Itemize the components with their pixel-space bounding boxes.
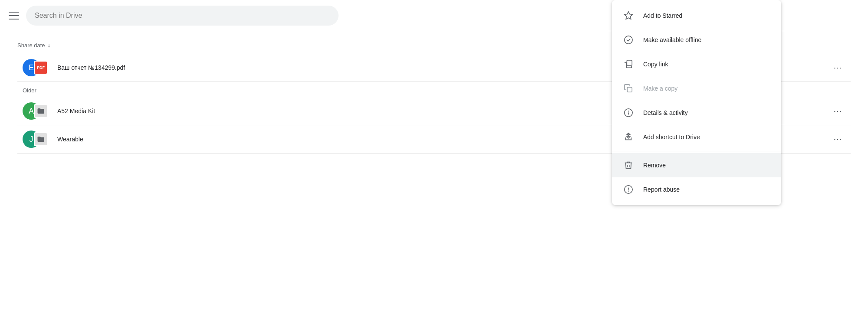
menu-item-report-abuse[interactable]: Report abuse [612, 177, 781, 202]
menu-item-add-shortcut[interactable]: Add shortcut to Drive [612, 125, 781, 149]
menu-item-add-starred[interactable]: Add to Starred [612, 3, 781, 28]
folder-badge [34, 104, 48, 118]
search-input[interactable] [35, 12, 330, 20]
search-bar[interactable] [26, 6, 339, 26]
more-options-button[interactable]: ⋯ [830, 104, 845, 118]
menu-item-details[interactable]: Details & activity [612, 101, 781, 125]
context-menu: Add to StarredMake available offlineCopy… [612, 0, 781, 205]
avatar-group: E PDF [23, 58, 50, 77]
menu-item-label-make-copy: Make a copy [643, 85, 677, 92]
menu-item-label-remove: Remove [643, 162, 666, 169]
menu-item-make-offline[interactable]: Make available offline [612, 28, 781, 52]
menu-item-label-add-shortcut: Add shortcut to Drive [643, 134, 700, 140]
svg-marker-0 [625, 12, 632, 19]
svg-rect-3 [627, 87, 632, 92]
warning-icon [621, 182, 636, 197]
menu-divider [612, 151, 781, 151]
shortcut-icon [621, 129, 636, 145]
info-icon [621, 105, 636, 121]
menu-item-remove[interactable]: Remove [612, 153, 781, 177]
pdf-badge: PDF [34, 61, 48, 75]
copy-icon [621, 81, 636, 96]
trash-icon [621, 157, 636, 173]
file-name: Wearable [57, 136, 83, 143]
file-name: Ваш отчет №134299.pdf [57, 64, 125, 71]
svg-rect-2 [627, 60, 632, 65]
more-options-button[interactable]: ⋯ [830, 132, 845, 146]
menu-item-make-copy[interactable]: Make a copy [612, 76, 781, 101]
svg-point-1 [625, 36, 632, 44]
sort-arrow-icon[interactable]: ↓ [48, 42, 51, 49]
more-options-button[interactable]: ⋯ [830, 61, 845, 75]
avatar-group: A [23, 101, 50, 121]
folder-badge [34, 132, 48, 146]
menu-item-label-make-offline: Make available offline [643, 36, 701, 43]
copy-link-icon [621, 56, 636, 72]
file-name: A52 Media Kit [57, 108, 95, 114]
menu-item-copy-link[interactable]: Copy link [612, 52, 781, 76]
menu-item-label-details: Details & activity [643, 109, 688, 116]
menu-item-label-add-starred: Add to Starred [643, 12, 682, 19]
star-icon [621, 8, 636, 23]
avatar-group: J [23, 130, 50, 149]
hamburger-menu[interactable] [9, 10, 19, 21]
menu-item-label-copy-link: Copy link [643, 61, 668, 68]
offline-icon [621, 32, 636, 48]
menu-item-label-report-abuse: Report abuse [643, 186, 680, 193]
